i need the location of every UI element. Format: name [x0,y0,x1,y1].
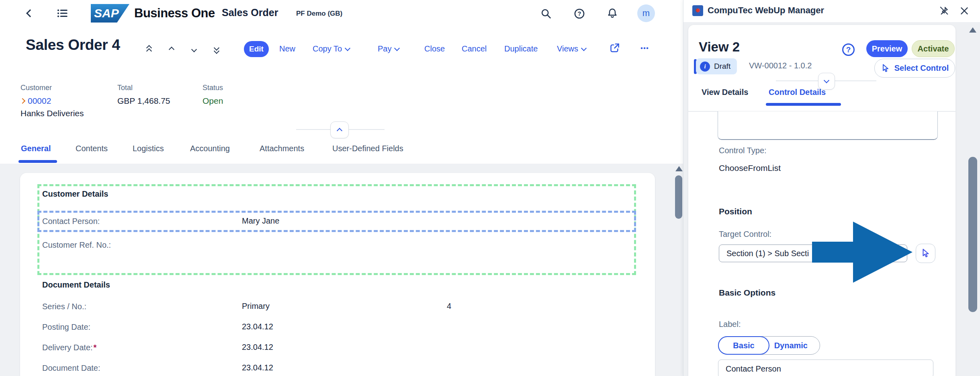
document-date-value[interactable]: 23.04.12 [242,363,273,372]
total-value: GBP 1,468.75 [117,96,170,106]
basic-options-heading: Basic Options [719,288,775,298]
close-icon [959,6,970,16]
cancel-button[interactable]: Cancel [462,44,487,53]
posting-date-value[interactable]: 23.04.12 [242,322,273,331]
label-mode-segmented-control: Dynamic Basic [718,336,820,355]
duplicate-button[interactable]: Duplicate [504,44,538,53]
page-title: Sales Order 4 [26,37,120,53]
chevron-right-icon [20,98,25,104]
pin-slash-icon [938,5,949,16]
status-label: Status [203,84,223,92]
main-scrollbar-thumb[interactable] [675,175,682,219]
annotation-arrow-tail [812,242,854,263]
customer-link[interactable]: 00002 [20,96,51,106]
edit-button[interactable]: Edit [244,41,269,57]
tab-user-defined-fields[interactable]: User-Defined Fields [332,144,403,153]
label-field-label: Label: [719,320,741,329]
close-document-button[interactable]: Close [424,44,445,53]
preview-button[interactable]: Preview [866,40,908,57]
list-menu-icon [56,7,68,19]
back-button[interactable] [25,8,35,18]
collapse-view-header-button[interactable] [818,73,835,90]
cursor-icon [881,64,890,73]
segment-basic[interactable]: Basic [718,336,769,355]
chevron-down-icon [581,45,587,51]
info-icon: i [700,62,710,72]
sap-logo-mark: SAP [91,4,129,23]
shell-title: Sales Order [222,7,278,18]
activate-button[interactable]: Activate [912,40,955,57]
tab-general[interactable]: General [21,144,51,153]
active-tab-indicator [766,103,841,106]
views-button[interactable]: Views [557,44,586,53]
search-button[interactable] [540,8,552,19]
unpin-button[interactable] [938,5,949,16]
share-button[interactable] [609,43,620,53]
bell-icon [607,8,618,19]
chevron-up-icon [169,47,174,52]
share-icon [609,43,620,53]
annotation-arrow-icon [853,222,912,283]
previous-record-button[interactable] [166,44,177,55]
document-details-heading: Document Details [42,280,110,290]
scroll-up-arrow[interactable] [969,27,976,33]
view-title: View 2 [699,39,740,55]
delivery-date-value[interactable]: 23.04.12 [242,343,273,352]
view-help-icon[interactable]: ? [842,43,855,56]
description-textarea[interactable] [718,111,938,140]
notifications-button[interactable] [607,8,618,19]
total-label: Total [117,84,133,92]
contact-person-highlight-box [37,211,636,232]
tab-control-details[interactable]: Control Details [769,88,826,97]
help-button[interactable]: ? [574,8,585,19]
contact-person-value[interactable]: Mary Jane [242,216,279,226]
tab-attachments[interactable]: Attachments [260,144,304,153]
tab-logistics[interactable]: Logistics [133,144,164,153]
first-record-button[interactable] [144,44,154,55]
chevron-down-icon [394,45,400,51]
series-value[interactable]: Primary [242,302,270,311]
customer-details-heading: Customer Details [42,189,108,199]
chevron-left-icon [26,9,34,17]
position-heading: Position [719,207,752,216]
close-panel-button[interactable] [959,6,970,16]
document-date-label: Document Date: [42,364,100,373]
panel-scrollbar-thumb[interactable] [968,157,977,312]
record-navigation [144,44,222,55]
menu-button[interactable] [56,7,68,19]
chevron-down-icon [345,45,350,51]
product-name: Business One [134,6,215,21]
ellipsis-icon: ••• [640,44,649,52]
customer-ref-label: Customer Ref. No.: [42,240,111,250]
collapse-header-button[interactable] [330,121,349,138]
chevron-down-icon [191,47,197,52]
last-record-button[interactable] [211,44,222,55]
view-version: VW-00012 - 1.0.2 [749,61,812,70]
status-value: Open [203,96,223,106]
tab-contents[interactable]: Contents [76,144,108,153]
next-record-button[interactable] [189,44,199,55]
control-type-label: Control Type: [719,146,767,155]
panel-title: CompuTec WebUp Manager [708,5,824,16]
more-actions-button[interactable]: ••• [640,44,649,52]
scroll-up-arrow[interactable] [675,166,683,171]
customer-name: Hanks Deliveries [20,109,84,118]
pay-button[interactable]: Pay [378,44,399,53]
tab-accounting[interactable]: Accounting [190,144,230,153]
svg-text:?: ? [578,10,581,17]
sap-business-one-logo[interactable]: SAP Business One [91,4,215,23]
label-value-input[interactable] [718,360,933,376]
copy-to-button[interactable]: Copy To [313,44,350,53]
new-button[interactable]: New [279,44,295,53]
contact-person-label: Contact Person: [42,217,100,226]
required-asterisk: * [94,343,97,352]
search-icon [540,8,552,19]
sales-order-app: SAP Business One Sales Order PF Demo (GB… [0,0,683,376]
avatar[interactable]: m [637,4,655,22]
tab-view-details[interactable]: View Details [702,88,748,97]
select-control-button[interactable]: Select Control [874,59,955,78]
screen: SAP Business One Sales Order PF Demo (GB… [0,0,980,376]
pick-target-control-button[interactable] [916,244,935,263]
webup-manager-panel: ✸ CompuTec WebUp Manager View 2 ? Previe… [683,0,980,376]
posting-date-label: Posting Date: [42,323,90,332]
